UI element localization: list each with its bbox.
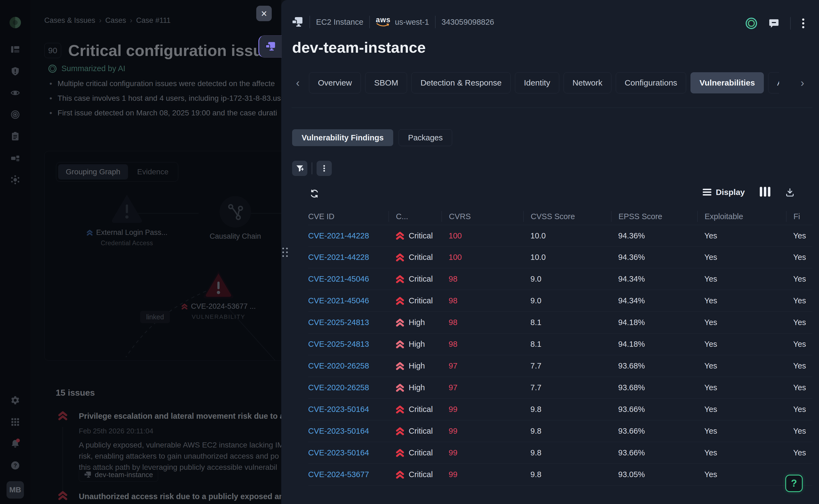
download-button[interactable] xyxy=(785,188,795,197)
table-row[interactable]: CVE-2023-50164 Critical 99 9.8 93.66% Ye… xyxy=(308,420,812,442)
download-icon xyxy=(785,188,795,197)
cve-id-link[interactable]: CVE-2021-45046 xyxy=(308,296,388,305)
drawer-subtab[interactable]: Packages xyxy=(398,129,452,146)
cvss-cell: 9.8 xyxy=(523,427,611,436)
severity-cell: Critical xyxy=(388,427,442,436)
fixable-cell: Yes xyxy=(786,318,812,327)
subtabs: Vulnerability FindingsPackages xyxy=(292,129,452,146)
cve-id-link[interactable]: CVE-2023-50164 xyxy=(308,427,388,436)
severity-chevrons-icon xyxy=(395,232,404,240)
cve-id-link[interactable]: CVE-2021-45046 xyxy=(308,275,388,283)
fixable-cell: Yes xyxy=(786,231,812,240)
drawer-tab[interactable]: Identity xyxy=(515,72,559,93)
severity-cell: High xyxy=(388,318,442,327)
cve-id-link[interactable]: CVE-2021-44228 xyxy=(308,231,388,240)
cve-id-link[interactable]: CVE-2025-24813 xyxy=(308,340,388,349)
cvss-cell: 8.1 xyxy=(523,340,611,349)
exploitable-cell: Yes xyxy=(697,231,786,240)
severity-chevrons-icon xyxy=(395,297,404,305)
table-row[interactable]: CVE-2024-53677 Critical 99 9.8 93.05% Ye… xyxy=(308,464,812,486)
drawer-tab[interactable]: Detection & Response xyxy=(412,72,511,93)
table-row[interactable]: CVE-2023-50164 Critical 99 9.8 93.66% Ye… xyxy=(308,399,812,420)
drawer-tab[interactable]: Vulnerabilities xyxy=(691,72,764,93)
divider xyxy=(790,17,791,30)
divider xyxy=(369,16,370,28)
cvrs-cell: 99 xyxy=(442,405,523,414)
epss-cell: 93.66% xyxy=(611,427,697,436)
column-header[interactable]: Fi xyxy=(786,211,812,222)
display-lines-icon xyxy=(703,187,711,197)
severity-chevrons-icon xyxy=(395,362,404,370)
column-header[interactable]: Exploitable xyxy=(697,211,786,222)
cve-id-link[interactable]: CVE-2021-44228 xyxy=(308,253,388,262)
instance-icon xyxy=(265,42,276,51)
table-row[interactable]: CVE-2021-44228 Critical 100 10.0 94.36% … xyxy=(308,225,812,247)
asset-drawer-handle[interactable] xyxy=(258,35,282,58)
severity-cell: Critical xyxy=(388,448,442,457)
exploitable-cell: Yes xyxy=(697,448,786,457)
cvss-cell: 8.1 xyxy=(523,318,611,327)
refresh-icon xyxy=(310,189,319,198)
panel-resize-handle[interactable] xyxy=(282,248,288,257)
tabs-strip: OverviewSBOMDetection & ResponseIdentity… xyxy=(309,72,779,93)
column-header[interactable]: CVSS Score xyxy=(523,211,611,222)
drawer-tab[interactable]: Overview xyxy=(309,72,361,93)
tabs-scroll-right-icon[interactable]: › xyxy=(796,77,809,89)
display-button[interactable]: Display xyxy=(703,187,745,197)
table-row[interactable]: CVE-2021-45046 Critical 98 9.0 94.34% Ye… xyxy=(308,290,812,312)
severity-cell: Critical xyxy=(388,275,442,283)
tabs-scroll-left-icon[interactable]: ‹ xyxy=(291,77,304,89)
table-toolbar-right: Display xyxy=(703,187,795,197)
epss-cell: 93.66% xyxy=(611,448,697,457)
fixable-cell: Yes xyxy=(786,253,812,262)
more-menu-button[interactable] xyxy=(802,17,804,30)
severity-chevrons-icon xyxy=(395,275,404,283)
drawer-tab[interactable]: Configurations xyxy=(616,72,686,93)
cve-id-link[interactable]: CVE-2020-26258 xyxy=(308,383,388,392)
severity-chevrons-icon xyxy=(395,405,404,414)
cvrs-cell: 99 xyxy=(442,470,523,479)
table-row[interactable]: CVE-2021-44228 Critical 100 10.0 94.36% … xyxy=(308,247,812,268)
column-header[interactable]: C... xyxy=(388,211,442,222)
drawer-tab[interactable]: SBOM xyxy=(365,72,407,93)
table-row[interactable]: CVE-2020-26258 High 97 7.7 93.68% Yes Ye… xyxy=(308,377,812,399)
cve-id-link[interactable]: CVE-2023-50164 xyxy=(308,448,388,457)
tabs-row: ‹ OverviewSBOMDetection & ResponseIdenti… xyxy=(291,72,809,93)
severity-cell: High xyxy=(388,340,442,349)
cve-id-link[interactable]: CVE-2025-24813 xyxy=(308,318,388,327)
columns-button[interactable] xyxy=(759,187,771,197)
table-row[interactable]: CVE-2025-24813 High 98 8.1 94.18% Yes Ye… xyxy=(308,312,812,333)
aws-logo-icon: aws xyxy=(376,17,390,27)
epss-cell: 94.18% xyxy=(611,318,697,327)
column-header[interactable]: CVRS xyxy=(442,211,523,222)
filter-more-button[interactable] xyxy=(316,161,332,176)
close-button[interactable]: × xyxy=(256,6,272,21)
chat-button[interactable] xyxy=(769,19,779,28)
table-row[interactable]: CVE-2023-50164 Critical 99 9.8 93.66% Ye… xyxy=(308,442,812,464)
cvrs-cell: 98 xyxy=(442,296,523,305)
epss-cell: 94.18% xyxy=(611,340,697,349)
column-header[interactable]: EPSS Score xyxy=(611,211,697,222)
cvss-cell: 9.0 xyxy=(523,275,611,283)
drawer-tab[interactable]: Ac xyxy=(768,72,779,93)
column-header[interactable]: CVE ID xyxy=(308,211,388,222)
app-screen: ? MB Cases & Issues › Cases › Case #111 … xyxy=(0,0,819,504)
ai-rings-button[interactable] xyxy=(745,17,758,30)
refresh-button[interactable] xyxy=(308,188,320,200)
add-filter-button[interactable] xyxy=(292,161,307,176)
cve-id-link[interactable]: CVE-2024-53677 xyxy=(308,470,388,479)
cve-id-link[interactable]: CVE-2023-50164 xyxy=(308,405,388,414)
cvss-cell: 7.7 xyxy=(523,361,611,370)
epss-cell: 94.34% xyxy=(611,296,697,305)
fixable-cell: Yes xyxy=(786,296,812,305)
table-row[interactable]: CVE-2020-26258 High 97 7.7 93.68% Yes Ye… xyxy=(308,355,812,377)
epss-cell: 94.36% xyxy=(611,231,697,240)
table-row[interactable]: CVE-2025-24813 High 98 8.1 94.18% Yes Ye… xyxy=(308,333,812,355)
asset-header: EC2 Instance aws us-west-1 343059098826 xyxy=(291,16,494,28)
drawer-tab[interactable]: Network xyxy=(564,72,611,93)
drawer-subtab[interactable]: Vulnerability Findings xyxy=(292,129,393,146)
table-row[interactable]: CVE-2021-45046 Critical 98 9.0 94.34% Ye… xyxy=(308,268,812,290)
vulnerability-table: CVE IDC...CVRSCVSS ScoreEPSS ScoreExploi… xyxy=(308,208,812,486)
help-button[interactable]: ? xyxy=(785,475,803,492)
cve-id-link[interactable]: CVE-2020-26258 xyxy=(308,361,388,370)
